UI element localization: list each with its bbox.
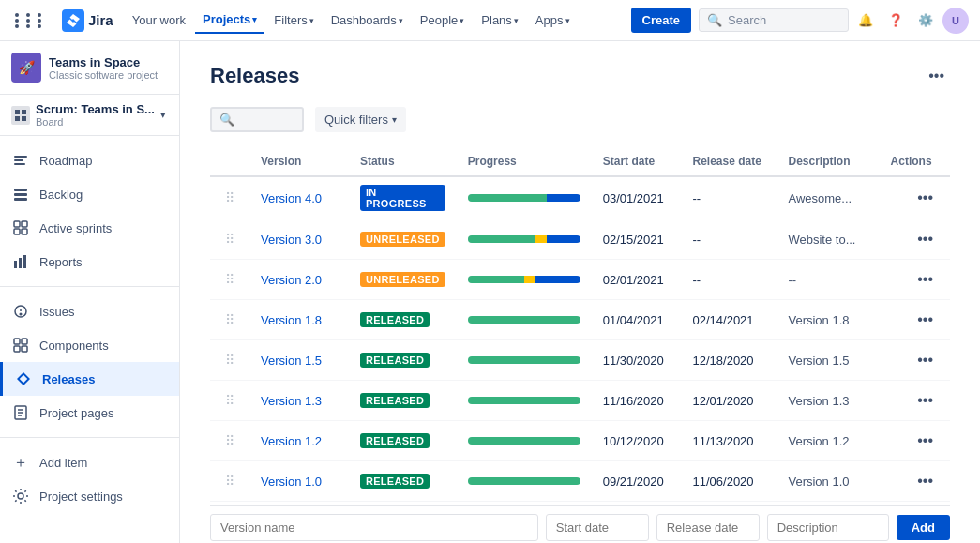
drag-handle[interactable]: ⠿ [221, 190, 238, 205]
drag-handle-cell: ⠿ [210, 219, 249, 260]
progress-green [468, 194, 547, 202]
table-row: ⠿ Version 4.0 IN PROGRESS 03/01/2021 -- … [210, 176, 950, 219]
version-cell[interactable]: Version 4.0 [249, 176, 349, 219]
version-cell[interactable]: Version 3.0 [249, 219, 349, 260]
row-more-button[interactable]: ••• [912, 227, 939, 251]
description-cell: Version 1.8 [776, 300, 879, 340]
nav-filters[interactable]: Filters ▾ [266, 8, 321, 33]
start-date-input[interactable] [546, 514, 649, 541]
nav-projects[interactable]: Projects ▾ [195, 7, 264, 34]
version-name-input[interactable] [210, 514, 538, 541]
nav-icons: 🔔 ❓ ⚙️ U [852, 8, 969, 34]
sidebar-item-components[interactable]: Components [0, 328, 179, 362]
progress-bar [468, 397, 580, 404]
sidebar-item-issues[interactable]: Issues [0, 294, 179, 328]
search-box[interactable]: 🔍 Search [699, 8, 849, 32]
release-date-cell: -- [682, 176, 777, 219]
board-selector[interactable]: Scrum: Teams in S... Board ▾ [0, 95, 179, 136]
actions-cell: ••• [880, 260, 950, 300]
add-release-button[interactable]: Add [897, 515, 950, 540]
sidebar-item-project-pages[interactable]: Project pages [0, 396, 179, 430]
help-button[interactable]: ❓ [882, 8, 909, 34]
nav-plans[interactable]: Plans ▾ [474, 8, 526, 33]
start-date-col-header: Start date [592, 147, 682, 176]
row-more-button[interactable]: ••• [912, 388, 939, 413]
nav-apps[interactable]: Apps ▾ [528, 8, 578, 33]
svg-rect-2 [15, 116, 20, 121]
sidebar-item-project-settings[interactable]: Project settings [0, 479, 179, 513]
svg-rect-9 [14, 198, 27, 201]
drag-handle[interactable]: ⠿ [221, 232, 238, 247]
release-date-input[interactable] [656, 514, 760, 541]
progress-green [468, 316, 580, 324]
sidebar-item-add-item[interactable]: ＋ Add item [0, 445, 179, 479]
version-cell[interactable]: Version 1.2 [249, 421, 349, 461]
progress-cell [457, 461, 592, 502]
sidebar-item-backlog[interactable]: Backlog [0, 177, 179, 211]
progress-bar [468, 194, 580, 202]
row-more-button[interactable]: ••• [912, 267, 939, 292]
row-more-button[interactable]: ••• [912, 186, 939, 210]
version-cell[interactable]: Version 2.0 [249, 260, 349, 300]
main-layout: 🚀 Teams in Space Classic software projec… [0, 41, 980, 543]
release-date-cell: 11/13/2020 [682, 421, 777, 461]
create-button[interactable]: Create [631, 8, 691, 33]
drag-handle[interactable]: ⠿ [221, 474, 238, 489]
svg-point-19 [20, 313, 22, 315]
description-input[interactable] [767, 514, 889, 541]
nav-people[interactable]: People ▾ [413, 8, 472, 33]
row-more-button[interactable]: ••• [912, 429, 939, 453]
progress-yellow [524, 276, 535, 283]
drag-handle-cell: ⠿ [210, 260, 249, 300]
nav-items: Your work Projects ▾ Filters ▾ Dashboard… [125, 7, 624, 34]
row-more-button[interactable]: ••• [912, 308, 939, 332]
drag-handle[interactable]: ⠿ [221, 393, 238, 408]
sidebar-item-reports[interactable]: Reports [0, 245, 179, 279]
row-more-button[interactable]: ••• [912, 348, 939, 372]
quick-filters-button[interactable]: Quick filters ▾ [315, 107, 406, 132]
version-cell[interactable]: Version 1.5 [249, 340, 349, 381]
version-cell[interactable]: Version 1.8 [249, 300, 349, 340]
table-row: ⠿ Version 3.0 UNRELEASED 02/15/2021 -- W… [210, 219, 950, 260]
jira-logo[interactable]: Jira [62, 9, 113, 32]
description-cell: Version 1.3 [776, 381, 879, 421]
progress-bar [468, 437, 580, 445]
chevron-down-icon: ▾ [160, 109, 166, 121]
description-cell: -- [776, 260, 879, 300]
version-cell[interactable]: Version 1.0 [249, 461, 349, 502]
issues-icon [11, 302, 30, 321]
app-switcher[interactable] [11, 9, 51, 32]
drag-col-header [210, 147, 249, 176]
sidebar-item-releases[interactable]: Releases [0, 362, 179, 396]
releases-search[interactable]: 🔍 [210, 107, 304, 132]
nav-dashboards[interactable]: Dashboards ▾ [324, 8, 411, 33]
page-title: Releases [210, 64, 299, 88]
sprints-icon [11, 219, 30, 237]
description-cell: Version 1.2 [776, 421, 879, 461]
add-icon: ＋ [11, 453, 30, 472]
svg-rect-8 [14, 193, 27, 196]
version-col-header: Version [249, 147, 349, 176]
nav-your-work[interactable]: Your work [125, 8, 193, 33]
status-cell: RELEASED [349, 300, 457, 340]
drag-handle[interactable]: ⠿ [221, 272, 238, 287]
version-cell[interactable]: Version 1.3 [249, 381, 349, 421]
drag-handle[interactable]: ⠿ [221, 353, 238, 368]
svg-rect-16 [23, 255, 26, 268]
board-name: Scrum: Teams in S... [36, 102, 155, 116]
project-icon: 🚀 [11, 53, 41, 83]
drag-handle[interactable]: ⠿ [221, 312, 238, 327]
progress-green [468, 437, 580, 445]
sidebar-label-active-sprints: Active sprints [39, 221, 112, 235]
notifications-button[interactable]: 🔔 [852, 8, 879, 34]
page-more-button[interactable]: ••• [923, 64, 950, 88]
drag-handle[interactable]: ⠿ [221, 433, 238, 448]
settings-button[interactable]: ⚙️ [912, 8, 939, 34]
row-more-button[interactable]: ••• [912, 469, 939, 493]
project-info: Teams in Space Classic software project [49, 55, 168, 81]
status-badge: RELEASED [360, 433, 430, 448]
start-date-cell: 01/04/2021 [592, 300, 682, 340]
user-avatar[interactable]: U [942, 8, 969, 34]
sidebar-item-roadmap[interactable]: Roadmap [0, 143, 179, 177]
sidebar-item-active-sprints[interactable]: Active sprints [0, 211, 179, 245]
